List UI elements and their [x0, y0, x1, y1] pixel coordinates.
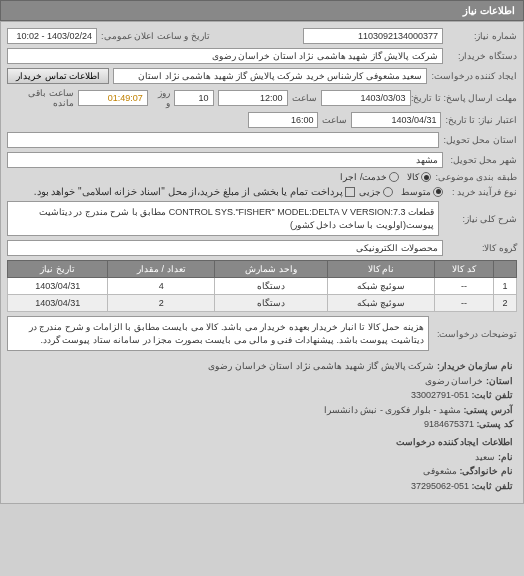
label-remain: ساعت باقی مانده [7, 88, 74, 108]
cell: 1403/04/31 [8, 278, 108, 295]
cell: -- [435, 278, 494, 295]
footer-ctel-label: تلفن ثابت: [472, 481, 514, 491]
cell: سوئیچ شبکه [328, 295, 435, 312]
cell: 2 [493, 295, 516, 312]
footer-tel-label: تلفن ثابت: [472, 390, 514, 400]
label-time: ساعت [292, 93, 317, 103]
th-unit: واحد شمارش [215, 261, 328, 278]
th-name: نام کالا [328, 261, 435, 278]
checkbox-treasury[interactable] [345, 187, 355, 197]
label-city: شهر محل تحویل: [447, 155, 517, 165]
cell: 4 [108, 278, 215, 295]
field-group: محصولات الکترونیکی [7, 240, 443, 256]
contact-button[interactable]: اطلاعات تماس خریدار [7, 68, 109, 84]
cell: 1 [493, 278, 516, 295]
table-row: 2 -- سوئیچ شبکه دستگاه 2 1403/04/31 [8, 295, 517, 312]
label-days: روز و [152, 88, 170, 108]
label-pkg-type: طبقه بندی موضوعی: [435, 172, 517, 182]
footer-ctel: 051-37295062 [411, 481, 469, 491]
field-deadline-date: 1403/03/03 [321, 90, 411, 106]
cell: سوئیچ شبکه [328, 278, 435, 295]
label-group: گروه کالا: [447, 243, 517, 253]
buy-type-group: متوسط جزیی [359, 187, 443, 197]
label-creator: ایجاد کننده درخواست: [431, 71, 517, 81]
th-date: تاریخ نیاز [8, 261, 108, 278]
footer-tel: 051-33002791 [411, 390, 469, 400]
field-days: 10 [174, 90, 214, 106]
field-deadline-time: 12:00 [218, 90, 288, 106]
footer-info: نام سازمان خریدار: شرکت پالایش گاز شهید … [7, 355, 517, 497]
section-header: اطلاعات نیاز [0, 0, 524, 21]
radio-service[interactable] [389, 172, 399, 182]
field-main-desc: قطعات CONTROL SYS."FISHER" MODEL:DELTA V… [7, 201, 439, 236]
field-announce: 1403/02/24 - 10:02 [7, 28, 97, 44]
cell: -- [435, 295, 494, 312]
label-announce: تاریخ و ساعت اعلان عمومی: [101, 31, 210, 41]
table-header-row: کد کالا نام کالا واحد شمارش تعداد / مقدا… [8, 261, 517, 278]
footer-org: شرکت پالایش گاز شهید هاشمی نژاد استان خر… [208, 361, 434, 371]
table-row: 1 -- سوئیچ شبکه دستگاه 4 1403/04/31 [8, 278, 517, 295]
field-creator: سعید مشعوفی کارشناس خرید شرکت پالایش گاز… [113, 68, 427, 84]
label-req-no: شماره نیاز: [447, 31, 517, 41]
footer-addr-label: آدرس پستی: [464, 405, 514, 415]
radio-medium-label: متوسط [401, 187, 431, 197]
footer-prov: خراسان رضوی [425, 376, 484, 386]
footer-creator-title: اطلاعات ایجاد کننده درخواست [11, 435, 513, 449]
cell: 2 [108, 295, 215, 312]
form-content: شماره نیاز: 1103092134000377 تاریخ و ساع… [0, 21, 524, 504]
footer-lname: مشعوفی [423, 466, 457, 476]
radio-partial-label: جزیی [359, 187, 381, 197]
radio-goods[interactable] [421, 172, 431, 182]
radio-goods-label: کالا [407, 172, 419, 182]
footer-name-label: نام: [498, 452, 513, 462]
th-idx [493, 261, 516, 278]
cell: 1403/04/31 [8, 295, 108, 312]
label-validity: اعتبار نیاز: تا تاریخ: [445, 115, 517, 125]
field-req-no: 1103092134000377 [303, 28, 443, 44]
cell: دستگاه [215, 278, 328, 295]
cell: دستگاه [215, 295, 328, 312]
label-province: استان محل تحویل: [443, 135, 517, 145]
treasury-note: پرداخت تمام یا بخشی از مبلغ خرید،از محل … [34, 186, 343, 197]
label-buyer: دستگاه خریدار: [447, 51, 517, 61]
field-city: مشهد [7, 152, 443, 168]
footer-name: سعید [475, 452, 495, 462]
field-validity-date: 1403/04/31 [351, 112, 441, 128]
field-province [7, 132, 439, 148]
footer-post: 9184675371 [424, 419, 474, 429]
radio-service-label: خدمت/ اجرا [340, 172, 387, 182]
th-qty: تعداد / مقدار [108, 261, 215, 278]
radio-partial[interactable] [383, 187, 393, 197]
radio-medium[interactable] [433, 187, 443, 197]
field-req-desc: هزینه حمل کالا تا انبار خریدار بعهده خری… [7, 316, 429, 351]
items-table: کد کالا نام کالا واحد شمارش تعداد / مقدا… [7, 260, 517, 312]
label-deadline: مهلت ارسال پاسخ: تا تاریخ: [415, 93, 517, 103]
label-validity-time: ساعت [322, 115, 347, 125]
footer-prov-label: استان: [486, 376, 513, 386]
footer-lname-label: نام خانوادگی: [460, 466, 514, 476]
field-validity-time: 16:00 [248, 112, 318, 128]
field-buyer: شرکت پالایش گاز شهید هاشمی نژاد استان خر… [7, 48, 443, 64]
footer-addr: مشهد - بلوار فکوری - نبش دانشسرا [324, 405, 461, 415]
label-buy-type: نوع فرآیند خرید : [447, 187, 517, 197]
footer-org-label: نام سازمان خریدار: [437, 361, 513, 371]
footer-post-label: کد پستی: [477, 419, 514, 429]
th-code: کد کالا [435, 261, 494, 278]
label-req-desc: توضیحات درخواست: [437, 329, 517, 339]
field-remain: 01:49:07 [78, 90, 148, 106]
label-main-desc: شرح کلی نیاز: [447, 214, 517, 224]
pkg-type-group: کالا خدمت/ اجرا [340, 172, 431, 182]
